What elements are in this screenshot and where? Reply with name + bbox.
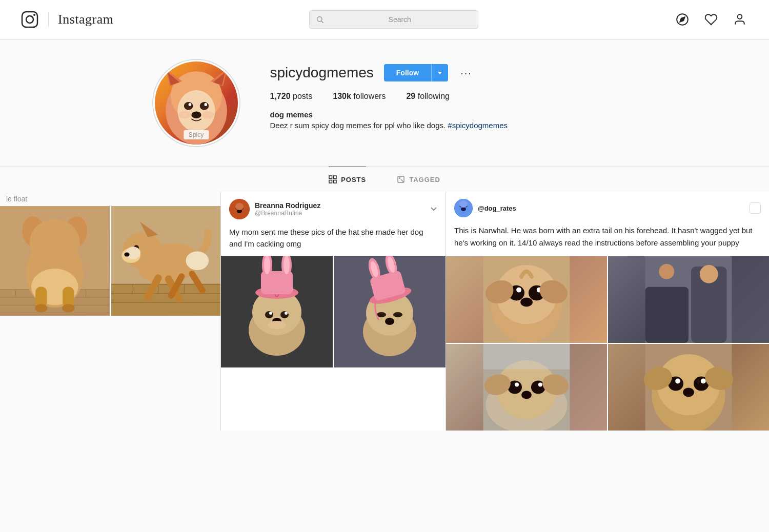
tag-icon: [397, 175, 405, 183]
following-count: 29: [406, 92, 415, 100]
grid-icon: [329, 175, 337, 183]
svg-point-16: [199, 102, 208, 110]
svg-marker-6: [680, 17, 684, 22]
heart-button[interactable]: [702, 11, 720, 28]
profile-button[interactable]: [731, 11, 748, 28]
logo-divider: [48, 12, 49, 27]
narwhal-3-svg: [446, 344, 607, 431]
svg-rect-25: [329, 180, 332, 183]
more-options-button[interactable]: ···: [458, 67, 474, 79]
svg-point-74: [235, 203, 244, 210]
post-images: [221, 256, 446, 367]
grid-post-2[interactable]: [111, 206, 221, 316]
svg-point-82: [264, 256, 270, 274]
svg-point-87: [285, 312, 288, 315]
post-avatar: [229, 199, 250, 219]
profile-avatar-wrap: Spicy: [153, 60, 239, 146]
svg-point-115: [520, 298, 533, 307]
tab-tagged[interactable]: TAGGED: [397, 167, 440, 192]
right-username: @dog_rates: [478, 204, 744, 212]
svg-point-130: [521, 391, 532, 399]
narwhal-1-svg: [446, 256, 607, 343]
follow-dropdown-button[interactable]: [431, 64, 448, 81]
header: Instagram: [0, 0, 769, 39]
right-checkbox[interactable]: [750, 202, 761, 214]
svg-point-113: [516, 288, 521, 293]
left-panel: le float: [0, 192, 220, 431]
search-container: [113, 10, 674, 29]
right-user-info: @dog_rates: [478, 204, 744, 212]
svg-rect-133: [483, 344, 570, 370]
svg-rect-24: [334, 176, 337, 179]
bio-hashtag-link[interactable]: #spicydogmemes: [448, 121, 508, 130]
tabs-section: POSTS TAGGED: [0, 167, 769, 192]
svg-point-2: [33, 14, 35, 16]
svg-point-1: [26, 16, 33, 23]
dog-hat-1-svg: [221, 256, 333, 367]
logo-text: Instagram: [58, 12, 113, 27]
search-icon: [316, 15, 324, 24]
svg-point-69: [186, 251, 209, 270]
search-box[interactable]: [309, 10, 478, 29]
svg-marker-22: [438, 72, 442, 74]
svg-point-129: [538, 383, 542, 387]
left-header-text: le float: [6, 195, 27, 203]
dog-rates-avatar-svg: [454, 199, 473, 217]
left-panel-header: le float: [0, 192, 220, 206]
followers-count: 130k: [333, 92, 351, 100]
narwhal-4-svg: [608, 344, 769, 431]
compass-icon: [676, 13, 689, 26]
followers-stat: 130k followers: [333, 92, 386, 101]
right-image-3: [446, 344, 607, 431]
svg-point-15: [184, 102, 192, 110]
follow-button[interactable]: Follow: [384, 64, 431, 81]
svg-point-7: [738, 14, 742, 19]
user-icon: [733, 13, 746, 26]
svg-rect-23: [329, 176, 332, 179]
post-username: Breanna Rodriguez: [255, 201, 425, 210]
svg-point-106: [461, 207, 466, 211]
post-header: Breanna Rodriguez @BreannaRufina: [221, 192, 446, 227]
chevron-down-icon: [437, 70, 443, 76]
post-image-1: [221, 256, 333, 367]
posts-label: posts: [293, 92, 312, 100]
svg-point-122: [659, 264, 674, 279]
avatar-label: Spicy: [184, 130, 209, 139]
right-panel: @dog_rates This is Narwhal. He was born …: [446, 192, 769, 431]
tabs-inner: POSTS TAGGED: [145, 167, 624, 192]
svg-point-3: [317, 17, 321, 22]
right-image-4: [608, 344, 769, 431]
svg-line-4: [321, 21, 323, 23]
profile-display-name: dog memes: [270, 110, 616, 119]
svg-point-19: [191, 111, 201, 118]
svg-point-49: [30, 219, 80, 266]
svg-point-101: [385, 318, 394, 325]
posts-stat: 1,720 posts: [270, 92, 313, 101]
grid-post-1[interactable]: [0, 206, 110, 316]
right-post-header: @dog_rates: [446, 192, 769, 224]
follow-btn-group: Follow: [384, 64, 448, 81]
profile-section: Spicy spicydogmemes Follow ···: [0, 39, 769, 156]
logo-link[interactable]: Instagram: [21, 10, 113, 29]
post-image-2: [334, 256, 446, 367]
followers-label: followers: [353, 92, 386, 100]
svg-rect-121: [645, 287, 689, 343]
svg-point-128: [515, 383, 519, 387]
chevron-down-icon: [430, 205, 437, 212]
tab-posts[interactable]: POSTS: [329, 167, 366, 192]
dog-hat-2-svg: [334, 256, 446, 367]
compass-button[interactable]: [674, 11, 691, 28]
svg-point-28: [399, 178, 400, 179]
svg-point-89: [268, 321, 286, 329]
svg-point-83: [284, 256, 290, 274]
instagram-logo-icon: [21, 10, 39, 29]
post-expand-button[interactable]: [430, 204, 437, 215]
profile-inner: Spicy spicydogmemes Follow ···: [145, 60, 624, 146]
search-input[interactable]: [328, 15, 472, 24]
svg-point-84: [265, 311, 273, 318]
right-image-2: [608, 256, 769, 343]
profile-stats: 1,720 posts 130k followers 29 following: [270, 92, 616, 101]
bio-text: Deez r sum spicy dog memes for ppl who l…: [270, 121, 446, 130]
post-handle: @BreannaRufina: [255, 210, 425, 217]
post-text: My mom sent me these pics of the hat she…: [221, 227, 446, 256]
